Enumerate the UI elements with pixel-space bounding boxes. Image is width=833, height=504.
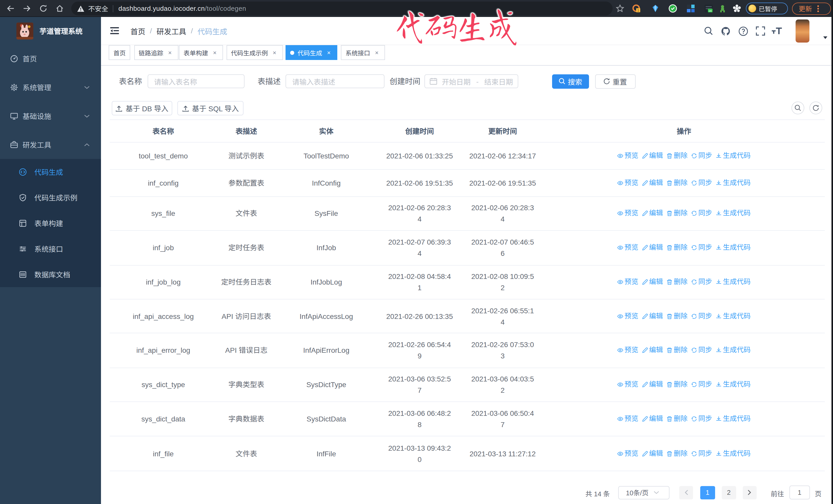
svg-text:on: on [709,9,712,12]
svg-text:1: 1 [637,8,639,12]
